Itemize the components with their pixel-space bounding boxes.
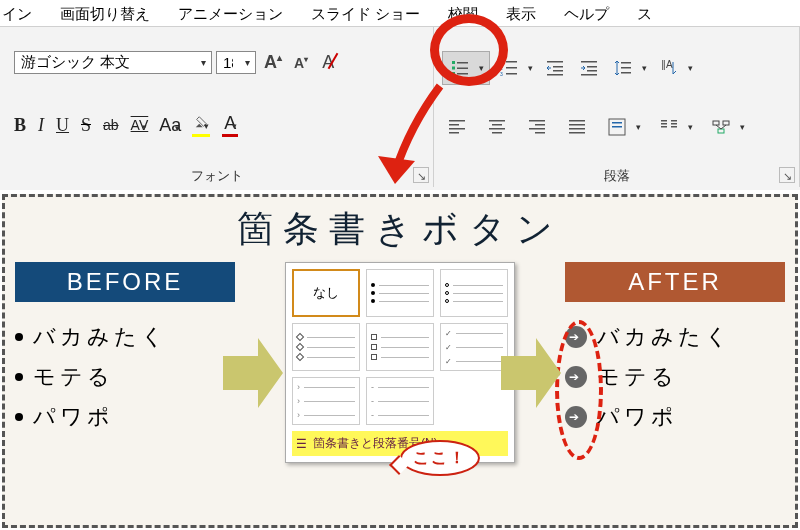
tab-help[interactable]: ヘルプ [564,5,609,24]
svg-rect-29 [492,124,502,126]
tab-design[interactable]: イン [2,5,32,24]
svg-rect-42 [612,126,622,128]
font-name-input[interactable] [15,52,195,73]
decrease-font-icon[interactable]: A▾ [290,55,312,71]
list-item: パワポ [15,402,235,432]
svg-rect-45 [661,126,667,128]
tab-view[interactable]: 表示 [506,5,536,24]
line-spacing-button[interactable] [608,54,638,82]
bullet-option-none[interactable]: なし [292,269,360,317]
tab-bar: イン 画面切り替え アニメーション スライド ショー 校閲 表示 ヘルプ ス [0,0,800,26]
paragraph-dialog-launcher[interactable]: ↘ [779,167,795,183]
list-item: バカみたく [15,322,235,352]
font-group-label: フォント [0,165,433,187]
text-direction-button[interactable]: ‖A [654,54,684,82]
bullet-disc-icon [15,333,23,341]
bullet-option-dash[interactable]: --- [366,377,434,425]
chevron-down-icon[interactable]: ▾ [684,122,696,132]
svg-rect-30 [489,128,505,130]
increase-font-icon[interactable]: A▴ [260,52,286,73]
annotation-circle [430,14,508,86]
svg-rect-41 [612,122,622,124]
strikethrough-button[interactable]: ab [103,117,119,133]
svg-rect-19 [581,74,597,76]
tutorial-panel: 箇条書きボタン BEFORE バカみたく モテる パワポ なし ››› --- [2,194,798,528]
svg-rect-32 [529,120,545,122]
svg-rect-12 [547,61,563,63]
svg-rect-28 [489,120,505,122]
svg-rect-49 [713,121,719,125]
highlight-button[interactable]: ▾ [192,113,210,137]
change-case-button[interactable]: Aa▾ [159,115,180,136]
svg-rect-47 [671,123,677,125]
font-name-combo[interactable]: ▾ [14,51,212,74]
bullets-dropdown-panel: なし ››› --- ☰ 箇条書きと段落番号(N)... [285,262,515,463]
columns-button[interactable] [654,113,684,141]
align-right-button[interactable] [522,113,552,141]
svg-rect-51 [718,129,724,133]
bullet-option-check[interactable] [440,323,508,371]
font-size-input[interactable] [217,52,239,73]
svg-text:‖A: ‖A [661,59,673,70]
annotation-oval [555,320,603,460]
svg-rect-15 [547,74,563,76]
decrease-indent-button[interactable] [540,54,570,82]
clear-formatting-icon[interactable]: A [322,52,334,73]
numbering-dropdown-icon[interactable]: ▾ [524,63,536,73]
chevron-down-icon[interactable]: ▾ [195,57,211,68]
svg-rect-48 [671,126,677,128]
align-justify-button[interactable] [562,113,592,141]
chevron-down-icon[interactable]: ▾ [239,57,255,68]
font-color-button[interactable]: A▾ [222,113,238,137]
svg-rect-31 [492,132,502,134]
chevron-down-icon[interactable]: ▾ [632,122,644,132]
svg-rect-46 [671,120,677,122]
svg-rect-13 [553,66,563,68]
svg-rect-18 [587,70,597,72]
svg-rect-44 [661,123,667,125]
bold-button[interactable]: B [14,115,26,136]
bullet-option-circle[interactable] [440,269,508,317]
arrow-icon [501,338,561,408]
svg-rect-39 [569,132,585,134]
tab-animations[interactable]: アニメーション [178,5,283,24]
tab-partial[interactable]: ス [637,5,652,24]
smartart-button[interactable] [706,113,736,141]
italic-button[interactable]: I [38,115,44,136]
increase-indent-button[interactable] [574,54,604,82]
svg-rect-11 [506,73,517,75]
before-list: バカみたく モテる パワポ [15,322,235,432]
svg-rect-20 [621,62,631,64]
svg-rect-50 [723,121,729,125]
svg-rect-34 [529,128,545,130]
svg-rect-21 [621,67,631,69]
panel-title: 箇条書きボタン [7,205,793,254]
svg-rect-9 [506,67,517,69]
svg-text:3: 3 [500,71,503,77]
char-spacing-button[interactable]: AV▾ [131,117,148,133]
tab-slideshow[interactable]: スライド ショー [311,5,420,24]
before-column: BEFORE バカみたく モテる パワポ [15,262,235,442]
bullet-option-disc[interactable] [366,269,434,317]
svg-rect-16 [581,61,597,63]
chevron-down-icon[interactable]: ▾ [638,63,650,73]
shadow-button[interactable]: S [81,115,91,136]
align-vertical-button[interactable] [602,113,632,141]
underline-button[interactable]: U [56,115,69,136]
bullet-option-square[interactable] [366,323,434,371]
tab-transitions[interactable]: 画面切り替え [60,5,150,24]
bullet-option-arrow[interactable]: ››› [292,377,360,425]
chevron-down-icon[interactable]: ▾ [736,122,748,132]
annotation-arrow [370,76,490,206]
svg-rect-14 [553,70,563,72]
list-item: モテる [15,362,235,392]
bullet-option-diamond[interactable] [292,323,360,371]
font-size-combo[interactable]: ▾ [216,51,256,74]
chevron-down-icon[interactable]: ▾ [684,63,696,73]
bullet-disc-icon [15,373,23,381]
after-column: AFTER ➔バカみたく ➔モテる ➔パワポ [565,262,785,442]
svg-rect-35 [535,132,545,134]
svg-rect-43 [661,120,667,122]
before-badge: BEFORE [15,262,235,302]
svg-rect-17 [587,66,597,68]
